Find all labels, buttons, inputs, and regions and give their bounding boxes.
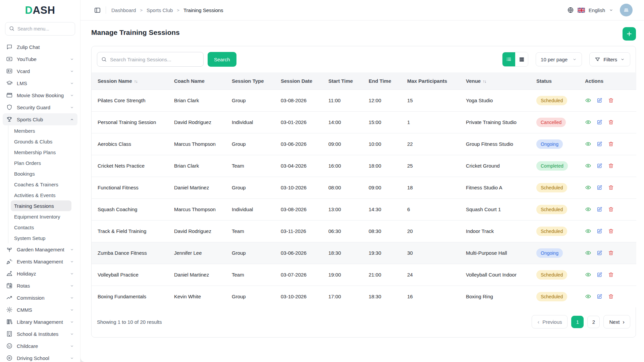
sidebar-item-label: Events Management: [17, 259, 66, 264]
cell-venue: Squash Court 1: [460, 198, 530, 220]
view-icon[interactable]: [585, 184, 591, 191]
sidebar-item-lms[interactable]: LMS: [3, 77, 77, 89]
view-icon[interactable]: [585, 293, 591, 300]
sidebar-item-vcard[interactable]: Vcard: [3, 65, 77, 77]
sidebar-item-movie-show-booking[interactable]: Movie Show Booking: [3, 89, 77, 101]
grid-view-button[interactable]: [515, 52, 528, 66]
filters-button[interactable]: Filters: [589, 52, 630, 66]
edit-icon[interactable]: [596, 97, 603, 104]
sidebar-item-garden-management[interactable]: Garden Management: [3, 243, 77, 255]
sidebar-item-label: Childcare: [17, 343, 66, 349]
delete-icon[interactable]: [608, 119, 614, 125]
next-page-button[interactable]: Next ›: [603, 315, 630, 328]
breadcrumb-dashboard[interactable]: Dashboard: [111, 7, 136, 13]
column-header-venue[interactable]: Venue↑↓: [460, 72, 530, 89]
edit-icon[interactable]: [596, 250, 603, 256]
sidebar-subitem-contacts[interactable]: Contacts: [11, 222, 71, 233]
sidebar-subitem-grounds-and-clubs[interactable]: Grounds & Clubs: [11, 136, 71, 147]
chevron-down-icon[interactable]: [609, 8, 613, 12]
sort-icon[interactable]: ↑↓: [134, 79, 138, 84]
delete-icon[interactable]: [608, 228, 614, 234]
sidebar-toggle-icon[interactable]: [94, 7, 101, 14]
delete-icon[interactable]: [608, 250, 614, 256]
sidebar-item-holidayz[interactable]: Holidayz: [3, 267, 77, 280]
edit-icon[interactable]: [596, 272, 603, 278]
chat-icon: [6, 44, 13, 50]
sidebar-subitem-coaches-and-trainers[interactable]: Coaches & Trainers: [11, 179, 71, 190]
delete-icon[interactable]: [608, 184, 614, 191]
view-icon[interactable]: [585, 228, 591, 234]
youtube-icon: [6, 56, 13, 62]
search-button[interactable]: Search: [208, 52, 236, 67]
edit-icon[interactable]: [596, 228, 603, 234]
edit-icon[interactable]: [596, 184, 603, 191]
delete-icon[interactable]: [608, 272, 614, 278]
edit-icon[interactable]: [596, 119, 603, 125]
view-icon[interactable]: [585, 97, 591, 104]
delete-icon[interactable]: [608, 293, 614, 300]
cell-type: Group: [226, 133, 275, 155]
edit-icon[interactable]: [596, 206, 603, 213]
sidebar-item-youtube[interactable]: YouTube: [3, 53, 77, 65]
sort-icon[interactable]: ↑↓: [483, 79, 486, 84]
idcard-icon: [6, 68, 13, 74]
view-icon[interactable]: [585, 206, 591, 213]
status-badge: Scheduled: [536, 96, 567, 105]
breadcrumb-sports-club[interactable]: Sports Club: [147, 7, 173, 13]
cell-status: Scheduled: [530, 198, 579, 220]
list-view-button[interactable]: [502, 52, 515, 66]
sidebar-subitem-bookings[interactable]: Bookings: [11, 168, 71, 179]
sidebar-item-cmms[interactable]: CMMS: [3, 304, 77, 316]
per-page-select[interactable]: 10 per page: [536, 52, 582, 66]
sidebar-item-driving-school[interactable]: Driving School: [3, 352, 77, 362]
library-icon: [6, 318, 13, 325]
sidebar-subitem-activities-and-events[interactable]: Activities & Events: [11, 190, 71, 200]
cell-status: Scheduled: [530, 286, 579, 307]
previous-page-button[interactable]: ‹ Previous: [532, 315, 568, 328]
sidebar-item-events-management[interactable]: Events Management: [3, 255, 77, 267]
add-session-button[interactable]: [623, 27, 636, 41]
status-badge: Ongoing: [536, 139, 563, 149]
target-icon: [6, 355, 13, 361]
sidebar-subitem-membership-plans[interactable]: Membership Plans: [11, 147, 71, 158]
edit-icon[interactable]: [596, 163, 603, 169]
delete-icon[interactable]: [608, 163, 614, 169]
avatar[interactable]: [620, 4, 633, 16]
sidebar-subitem-equipment-inventory[interactable]: Equipment Inventory: [11, 211, 71, 222]
chevron-down-icon: [70, 57, 74, 61]
view-icon[interactable]: [585, 163, 591, 169]
sessions-search-input[interactable]: [97, 52, 204, 67]
status-badge: Cancelled: [536, 118, 566, 127]
view-icon[interactable]: [585, 272, 591, 278]
column-header-session-name[interactable]: Session Name↑↓: [92, 72, 168, 89]
sidebar-item-sports-club[interactable]: Sports Club: [3, 113, 77, 125]
delete-icon[interactable]: [608, 141, 614, 147]
sidebar-item-childcare[interactable]: Childcare: [3, 340, 77, 352]
language-selector[interactable]: English: [589, 7, 605, 13]
sidebar-item-school-and-institutes[interactable]: School & Institutes: [3, 328, 77, 340]
sidebar-subitem-plan-orders[interactable]: Plan Orders: [11, 158, 71, 168]
sidebar-item-commission[interactable]: Commission: [3, 292, 77, 304]
page-button-1[interactable]: 1: [571, 316, 584, 328]
sidebar-item-library-management[interactable]: Library Management: [3, 316, 77, 328]
view-icon[interactable]: [585, 119, 591, 125]
sidebar-subitem-system-setup[interactable]: System Setup: [11, 233, 71, 243]
cell-start: 13:00: [322, 198, 363, 220]
sidebar-item-security-guard[interactable]: Security Guard: [3, 101, 77, 113]
page-button-2[interactable]: 2: [587, 316, 600, 328]
globe-icon[interactable]: [567, 7, 574, 13]
view-icon[interactable]: [585, 250, 591, 256]
edit-icon[interactable]: [596, 293, 603, 300]
table-row: Zumba Dance FitnessJennifer LeeGroup03-0…: [92, 242, 636, 264]
view-icon[interactable]: [585, 141, 591, 147]
chevron-down-icon: [572, 57, 577, 62]
delete-icon[interactable]: [608, 97, 614, 104]
sidebar-subitem-training-sessions[interactable]: Training Sessions: [11, 200, 71, 211]
sidebar-item-zulip-chat[interactable]: Zulip Chat: [3, 41, 77, 53]
sidebar-search-input[interactable]: [5, 22, 75, 36]
column-label: Session Type: [232, 78, 264, 84]
delete-icon[interactable]: [608, 206, 614, 213]
edit-icon[interactable]: [596, 141, 603, 147]
sidebar-item-rotas[interactable]: Rotas: [3, 280, 77, 292]
sidebar-subitem-members[interactable]: Members: [11, 125, 71, 136]
